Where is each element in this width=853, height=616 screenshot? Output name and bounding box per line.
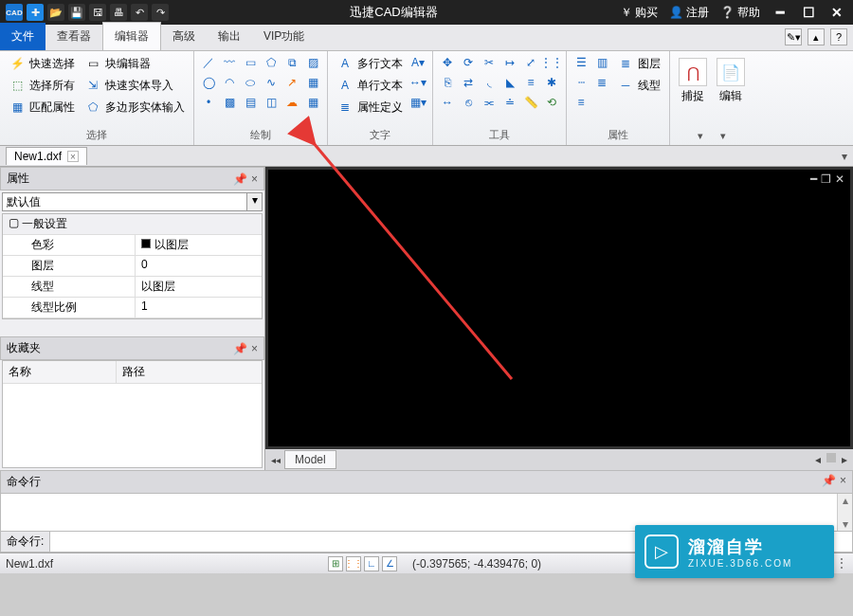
measure-icon[interactable]: 📏 [522, 94, 539, 111]
point-icon[interactable]: • [200, 94, 217, 111]
maximize-button[interactable]: ☐ [800, 5, 817, 20]
close-tab-icon[interactable]: × [67, 151, 79, 162]
prop-row[interactable]: 线型 以图层 [3, 277, 262, 298]
line-icon[interactable]: ／ [200, 54, 217, 71]
region-icon[interactable]: ▤ [242, 94, 259, 111]
trim-icon[interactable]: ✂ [481, 54, 498, 71]
capture-button[interactable]: ⋂ 捕捉 [676, 54, 710, 104]
prop-row[interactable]: 线型比例 1 [3, 298, 262, 318]
layer-manager-icon[interactable]: ☰ [572, 54, 590, 71]
tab-output[interactable]: 输出 [207, 23, 252, 50]
save-as-icon[interactable]: 🖫 [89, 4, 106, 21]
layout-prev-icon[interactable]: ◂◂ [271, 455, 281, 465]
prop-value[interactable]: 1 [136, 298, 154, 317]
style-dropdown-icon[interactable]: ✎▾ [785, 28, 802, 45]
explode-icon[interactable]: ✱ [543, 74, 560, 91]
boundary-icon[interactable]: ◫ [263, 94, 280, 111]
text-style-icon[interactable]: A▾ [409, 54, 426, 71]
grid-toggle-icon[interactable]: ⋮⋮ [346, 556, 361, 571]
command-panel-header[interactable]: 命令行 📌× [0, 470, 853, 494]
default-combo[interactable]: ▾ [2, 192, 263, 211]
props-list-icon[interactable]: ≣ [593, 74, 610, 91]
linetype-button[interactable]: ─线型 [614, 76, 663, 95]
hatch-icon[interactable]: ▩ [221, 94, 238, 111]
polyline-icon[interactable]: 〰 [221, 54, 238, 71]
prop-value[interactable]: 以图层 [136, 277, 181, 297]
polygon-entity-input-button[interactable]: ⬠多边形实体输入 [82, 98, 188, 117]
prop-row[interactable]: 图层 0 [3, 256, 262, 277]
block-editor-button[interactable]: ▭块编辑器 [82, 54, 188, 73]
collapse-ribbon-icon[interactable]: ▴ [808, 28, 825, 45]
open-file-icon[interactable]: 📂 [47, 4, 64, 21]
tab-vip[interactable]: VIP功能 [252, 23, 316, 50]
properties-panel-header[interactable]: 属性 📌× [0, 167, 264, 190]
scroll-left-icon[interactable]: ◂ [815, 453, 821, 466]
break-icon[interactable]: ⎋ [460, 94, 477, 111]
hatch-edit-icon[interactable]: ▨ [304, 54, 321, 71]
tab-file[interactable]: 文件 [0, 23, 45, 50]
scroll-thumb[interactable] [826, 453, 836, 462]
close-button[interactable]: ✕ [828, 5, 845, 20]
insert-block-icon[interactable]: ⧉ [283, 54, 300, 71]
pin-icon[interactable]: 📌 [233, 342, 247, 355]
default-combo-input[interactable] [2, 192, 247, 211]
help-button[interactable]: ❔帮助 [720, 5, 760, 21]
prop-value[interactable]: 以图层 [136, 235, 194, 255]
rect-icon[interactable]: ▭ [242, 54, 259, 71]
tabs-overflow-icon[interactable]: ▾ [842, 150, 847, 163]
arc-icon[interactable]: ◠ [221, 74, 238, 91]
select-all-button[interactable]: ⬚选择所有 [6, 76, 78, 95]
match-props-button[interactable]: ▦匹配属性 [6, 98, 78, 117]
scroll-right-icon[interactable]: ▸ [842, 453, 847, 466]
dim-style-icon[interactable]: ↔▾ [409, 74, 426, 91]
quick-select-button[interactable]: ⚡快速选择 [6, 54, 78, 73]
file-tab[interactable]: New1.dxf × [6, 147, 87, 165]
register-button[interactable]: 👤注册 [669, 5, 709, 21]
close-panel-icon[interactable]: × [840, 474, 846, 490]
ellipse-icon[interactable]: ⬭ [242, 74, 259, 91]
multi-text-button[interactable]: A多行文本 [334, 54, 406, 73]
print-icon[interactable]: 🖶 [110, 4, 127, 21]
linetype-manager-icon[interactable]: ┄ [572, 74, 590, 91]
snap-toggle-icon[interactable]: ⊞ [328, 556, 343, 571]
prop-value[interactable]: 0 [136, 256, 154, 276]
close-panel-icon[interactable]: × [251, 342, 258, 355]
minimize-button[interactable]: ━ [771, 5, 789, 20]
undo-icon[interactable]: ↶ [131, 4, 148, 21]
array-icon[interactable]: ⋮⋮ [543, 54, 560, 71]
spline-icon[interactable]: ∿ [263, 74, 280, 91]
fillet-icon[interactable]: ◟ [481, 74, 498, 91]
redo-icon[interactable]: ↷ [152, 4, 169, 21]
quick-entity-import-button[interactable]: ⇲快速实体导入 [82, 76, 188, 95]
ortho-toggle-icon[interactable]: ∟ [364, 556, 379, 571]
attr-def-button[interactable]: ≣属性定义 [334, 98, 406, 117]
tab-viewer[interactable]: 查看器 [45, 23, 102, 50]
circle-icon[interactable]: ◯ [200, 74, 217, 91]
join-icon[interactable]: ⫘ [481, 94, 498, 111]
edit-button[interactable]: 📄 编辑 [714, 54, 748, 104]
stretch-icon[interactable]: ↔ [439, 94, 456, 111]
image-icon[interactable]: ▦ [304, 74, 321, 91]
copy-icon[interactable]: ⎘ [439, 74, 456, 91]
table-style-icon[interactable]: ▦▾ [409, 94, 426, 111]
rotate-icon[interactable]: ⟳ [460, 54, 477, 71]
pin-icon[interactable]: 📌 [233, 172, 247, 186]
save-icon[interactable]: 💾 [68, 4, 85, 21]
new-file-icon[interactable]: ✚ [27, 4, 44, 21]
prop-section-row[interactable]: ▢ 一般设置 [3, 214, 262, 235]
canvas-minimize-icon[interactable]: ━ [810, 172, 817, 186]
color-icon[interactable]: ▥ [593, 54, 610, 71]
polygon-icon[interactable]: ⬠ [263, 54, 280, 71]
command-scrollbar[interactable]: ▴▾ [837, 494, 852, 531]
layer-button[interactable]: ≣图层 [614, 54, 663, 73]
chamfer-icon[interactable]: ◣ [501, 74, 518, 91]
table-icon[interactable]: ▦ [304, 94, 321, 111]
canvas-close-icon[interactable]: ✕ [835, 172, 844, 186]
help-ribbon-icon[interactable]: ? [830, 28, 847, 45]
mirror-icon[interactable]: ⇄ [460, 74, 477, 91]
offset-icon[interactable]: ≡ [522, 74, 539, 91]
revision-cloud-icon[interactable]: ☁ [283, 94, 300, 111]
favorites-panel-header[interactable]: 收藏夹 📌× [0, 336, 264, 360]
polar-toggle-icon[interactable]: ∠ [382, 556, 397, 571]
model-tab[interactable]: Model [284, 450, 336, 469]
